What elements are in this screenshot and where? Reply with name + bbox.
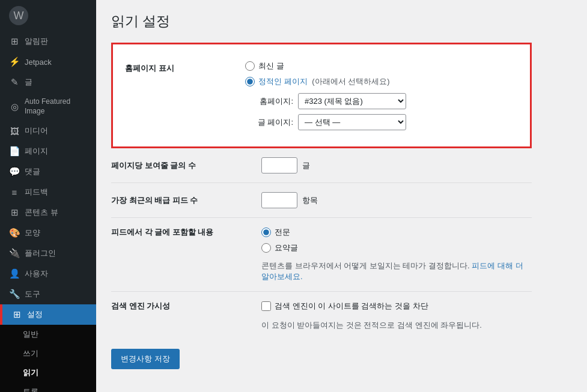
sidebar-item-label: 댓글 (25, 166, 40, 177)
homepage-row: 홈페이지 표시 최신 글 정적인 페이지 (아래에서 선택하세요) (125, 53, 518, 137)
sidebar-item-tools[interactable]: 🔧 도구 (0, 284, 96, 304)
sidebar-item-media[interactable]: 🖼 미디어 (0, 121, 96, 141)
sidebar-item-settings[interactable]: ⊞ 설정 (0, 304, 96, 325)
radio-static-page[interactable]: 정적인 페이지 (아래에서 선택하세요) (245, 76, 518, 87)
posts-per-page-label: 페이지당 보여줄 글의 수 (111, 160, 261, 171)
posts-per-page-row: 페이지당 보여줄 글의 수 3 글 (111, 148, 532, 183)
wp-logo-icon: W (9, 6, 28, 25)
homepage-select-row: 홈페이지: #323 (제목 없음) (245, 93, 518, 109)
sub-options: 홈페이지: #323 (제목 없음) 글 페이지: — 선택 — (245, 93, 518, 130)
sidebar-item-label: Jetpack (25, 58, 52, 67)
feedback-icon: ≡ (9, 187, 20, 198)
sidebar: W ⊞ 알림판 ⚡ Jetpack ✎ 글 ◎ Auto Featured Im… (0, 0, 96, 392)
sidebar-item-label: 플러그인 (25, 248, 56, 259)
radio-latest-input[interactable] (245, 61, 255, 71)
posts-page-select[interactable]: — 선택 — (298, 114, 406, 130)
posts-page-select-label: 글 페이지: (245, 117, 293, 128)
settings-submenu: 일반 쓰기 읽기 토론 (0, 325, 96, 392)
sidebar-item-label: 페이지 (25, 146, 48, 157)
search-visibility-label: 검색 엔진 가시성 (111, 301, 261, 312)
tools-icon: 🔧 (9, 289, 20, 300)
static-page-note: (아래에서 선택하세요) (312, 77, 389, 86)
radio-summary-input[interactable] (261, 243, 271, 253)
jetpack-icon: ⚡ (9, 56, 20, 67)
sidebar-item-label: 설정 (27, 309, 43, 320)
appearance-icon: 🎨 (9, 228, 20, 238)
sidebar-item-feedback[interactable]: ≡ 피드백 (0, 182, 96, 202)
contents-icon: ⊞ (9, 207, 20, 218)
feed-content-control: 전문 요약글 콘텐츠를 브라우저에서 어떻게 보일지는 테마가 결정합니다. 피… (261, 227, 532, 282)
posts-per-page-unit: 글 (302, 160, 310, 171)
homepage-radio-group: 최신 글 정적인 페이지 (아래에서 선택하세요) (245, 61, 518, 87)
search-checkbox-label: 검색 엔진이 이 사이트를 검색하는 것을 차단 (275, 301, 428, 312)
sidebar-item-comments[interactable]: 💬 댓글 (0, 161, 96, 182)
sidebar-item-label: 미디어 (25, 125, 48, 136)
static-page-link[interactable]: 정적인 페이지 (258, 77, 308, 86)
pages-icon: 📄 (9, 146, 20, 157)
users-icon: 👤 (9, 268, 20, 279)
main-content: 읽기 설정 홈페이지 표시 최신 글 정적인 페이지 (아래에서 선택하세요) (96, 0, 587, 392)
radio-latest-label: 최신 글 (258, 61, 284, 71)
auto-featured-icon: ◎ (9, 101, 20, 112)
sidebar-item-appearance[interactable]: 🎨 모양 (0, 223, 96, 243)
posts-page-select-row: 글 페이지: — 선택 — (245, 114, 518, 130)
sidebar-item-plugins[interactable]: 🔌 플러그인 (0, 243, 96, 264)
sidebar-item-label: 알림판 (25, 36, 48, 47)
sidebar-item-label: Auto Featured Image (25, 97, 87, 116)
submenu-reading[interactable]: 읽기 (0, 363, 96, 382)
radio-full-text[interactable]: 전문 (261, 227, 298, 238)
media-icon: 🖼 (9, 126, 20, 136)
feed-content-row: 피드에서 각 글에 포함할 내용 전문 요약글 콘텐츠를 브라우저에서 어떻게 … (111, 218, 532, 292)
homepage-control: 최신 글 정적인 페이지 (아래에서 선택하세요) 홈페이지: (245, 61, 518, 130)
syndication-control: 10 항목 (261, 192, 532, 208)
sidebar-item-users[interactable]: 👤 사용자 (0, 264, 96, 284)
sidebar-item-dashboard[interactable]: ⊞ 알림판 (0, 31, 96, 52)
homepage-display-section: 홈페이지 표시 최신 글 정적인 페이지 (아래에서 선택하세요) (111, 43, 532, 148)
feed-note-text: 콘텐츠를 브라우저에서 어떻게 보일지는 테마가 결정합니다. (261, 261, 470, 270)
plugins-icon: 🔌 (9, 248, 20, 259)
radio-summary[interactable]: 요약글 (261, 243, 298, 253)
homepage-label: 홈페이지 표시 (125, 61, 245, 74)
homepage-select[interactable]: #323 (제목 없음) (298, 93, 406, 109)
radio-latest-posts[interactable]: 최신 글 (245, 61, 518, 71)
sidebar-item-label: 피드백 (25, 187, 48, 198)
syndication-label: 가장 최근의 배급 피드 수 (111, 195, 261, 206)
submenu-general[interactable]: 일반 (0, 325, 96, 344)
radio-summary-label: 요약글 (275, 243, 298, 253)
sidebar-logo: W (0, 0, 96, 31)
feed-radio-group: 전문 요약글 (261, 227, 298, 253)
submenu-discussion[interactable]: 토론 (0, 382, 96, 392)
posts-icon: ✎ (9, 77, 20, 88)
syndication-unit: 항목 (302, 195, 318, 206)
page-title: 읽기 설정 (111, 12, 572, 31)
settings-icon: ⊞ (11, 309, 22, 320)
sidebar-item-pages[interactable]: 📄 페이지 (0, 141, 96, 161)
radio-static-input[interactable] (245, 77, 255, 86)
sidebar-item-label: 글 (25, 77, 32, 88)
radio-static-label: 정적인 페이지 (아래에서 선택하세요) (258, 76, 390, 87)
comments-icon: 💬 (9, 166, 20, 177)
sidebar-item-label: 도구 (25, 289, 40, 300)
syndication-input[interactable]: 10 (261, 192, 297, 208)
sidebar-item-posts[interactable]: ✎ 글 (0, 72, 96, 92)
feed-content-label: 피드에서 각 글에 포함할 내용 (111, 227, 261, 238)
sidebar-item-label: 콘텐츠 뷰 (25, 207, 58, 218)
feed-note: 콘텐츠를 브라우저에서 어떻게 보일지는 테마가 결정합니다. 피드에 대해 더… (261, 261, 532, 282)
submenu-writing[interactable]: 쓰기 (0, 344, 96, 363)
save-button[interactable]: 변경사항 저장 (111, 349, 180, 369)
dashboard-icon: ⊞ (9, 36, 20, 47)
search-checkbox-row: 검색 엔진이 이 사이트를 검색하는 것을 차단 (261, 301, 428, 312)
sidebar-item-contents[interactable]: ⊞ 콘텐츠 뷰 (0, 202, 96, 223)
visibility-note: 이 요청이 받아들여지는 것은 전적으로 검색 엔진에 좌우됩니다. (261, 320, 482, 331)
syndication-row: 가장 최근의 배급 피드 수 10 항목 (111, 183, 532, 218)
sidebar-item-jetpack[interactable]: ⚡ Jetpack (0, 52, 96, 72)
search-visibility-checkbox[interactable] (261, 301, 271, 311)
radio-full-input[interactable] (261, 228, 271, 237)
sidebar-item-label: 사용자 (25, 268, 48, 279)
search-visibility-control: 검색 엔진이 이 사이트를 검색하는 것을 차단 이 요청이 받아들여지는 것은… (261, 301, 532, 331)
posts-per-page-input[interactable]: 3 (261, 157, 297, 173)
normal-settings: 페이지당 보여줄 글의 수 3 글 가장 최근의 배급 피드 수 10 항목 피… (111, 148, 532, 340)
sidebar-item-auto-featured[interactable]: ◎ Auto Featured Image (0, 92, 96, 121)
homepage-select-label: 홈페이지: (245, 96, 293, 107)
radio-full-label: 전문 (275, 227, 290, 238)
